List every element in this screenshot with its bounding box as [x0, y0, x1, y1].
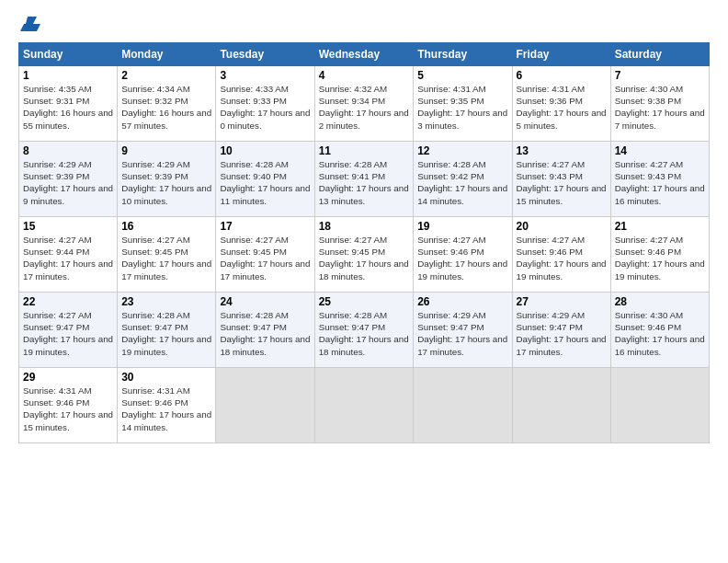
calendar-cell: 28Sunrise: 4:30 AMSunset: 9:46 PMDayligh… — [610, 293, 709, 368]
calendar-week-row: 1Sunrise: 4:35 AMSunset: 9:31 PMDaylight… — [19, 66, 710, 142]
day-info: Sunrise: 4:27 AMSunset: 9:44 PMDaylight:… — [23, 234, 113, 282]
day-number: 27 — [517, 295, 607, 308]
calendar-cell — [414, 368, 512, 443]
calendar-cell: 24Sunrise: 4:28 AMSunset: 9:47 PMDayligh… — [216, 293, 314, 368]
day-number: 24 — [220, 295, 310, 308]
day-number: 18 — [319, 220, 410, 233]
day-header-wednesday: Wednesday — [314, 43, 414, 66]
day-number: 22 — [23, 295, 113, 308]
calendar-cell: 23Sunrise: 4:28 AMSunset: 9:47 PMDayligh… — [118, 293, 216, 368]
calendar-cell: 7Sunrise: 4:30 AMSunset: 9:38 PMDaylight… — [610, 66, 709, 142]
day-info: Sunrise: 4:27 AMSunset: 9:46 PMDaylight:… — [417, 234, 507, 282]
calendar-cell: 22Sunrise: 4:27 AMSunset: 9:47 PMDayligh… — [19, 293, 118, 368]
calendar-table: SundayMondayTuesdayWednesdayThursdayFrid… — [18, 42, 710, 443]
calendar-cell: 6Sunrise: 4:31 AMSunset: 9:36 PMDaylight… — [512, 66, 610, 142]
day-number: 7 — [615, 69, 705, 82]
day-number: 1 — [23, 69, 113, 82]
calendar-cell: 14Sunrise: 4:27 AMSunset: 9:43 PMDayligh… — [610, 142, 709, 217]
calendar-header-row: SundayMondayTuesdayWednesdayThursdayFrid… — [19, 43, 710, 66]
day-info: Sunrise: 4:31 AMSunset: 9:35 PMDaylight:… — [417, 83, 507, 132]
calendar-cell — [314, 368, 414, 443]
calendar-week-row: 15Sunrise: 4:27 AMSunset: 9:44 PMDayligh… — [19, 217, 710, 293]
day-number: 29 — [23, 371, 113, 384]
calendar-cell: 11Sunrise: 4:28 AMSunset: 9:41 PMDayligh… — [314, 142, 414, 217]
day-info: Sunrise: 4:27 AMSunset: 9:46 PMDaylight:… — [517, 234, 607, 282]
calendar-cell: 25Sunrise: 4:28 AMSunset: 9:47 PMDayligh… — [314, 293, 414, 368]
calendar-cell: 16Sunrise: 4:27 AMSunset: 9:45 PMDayligh… — [118, 217, 216, 293]
day-number: 28 — [615, 295, 705, 308]
calendar-cell: 18Sunrise: 4:27 AMSunset: 9:45 PMDayligh… — [314, 217, 414, 293]
calendar-cell: 26Sunrise: 4:29 AMSunset: 9:47 PMDayligh… — [414, 293, 512, 368]
calendar-cell — [610, 368, 709, 443]
calendar-week-row: 22Sunrise: 4:27 AMSunset: 9:47 PMDayligh… — [19, 293, 710, 368]
day-number: 6 — [517, 69, 607, 82]
day-info: Sunrise: 4:31 AMSunset: 9:46 PMDaylight:… — [121, 385, 211, 433]
day-info: Sunrise: 4:30 AMSunset: 9:46 PMDaylight:… — [615, 309, 705, 358]
day-info: Sunrise: 4:27 AMSunset: 9:43 PMDaylight:… — [615, 158, 705, 207]
calendar-cell: 17Sunrise: 4:27 AMSunset: 9:45 PMDayligh… — [216, 217, 314, 293]
day-info: Sunrise: 4:30 AMSunset: 9:38 PMDaylight:… — [615, 83, 705, 132]
day-info: Sunrise: 4:34 AMSunset: 9:32 PMDaylight:… — [121, 83, 211, 132]
day-info: Sunrise: 4:33 AMSunset: 9:33 PMDaylight:… — [220, 83, 310, 132]
calendar-cell: 8Sunrise: 4:29 AMSunset: 9:39 PMDaylight… — [19, 142, 118, 217]
logo — [18, 17, 40, 33]
calendar-cell: 29Sunrise: 4:31 AMSunset: 9:46 PMDayligh… — [19, 368, 118, 443]
day-info: Sunrise: 4:28 AMSunset: 9:47 PMDaylight:… — [121, 309, 211, 358]
calendar-week-row: 8Sunrise: 4:29 AMSunset: 9:39 PMDaylight… — [19, 142, 710, 217]
day-number: 14 — [615, 144, 705, 157]
day-number: 9 — [121, 144, 211, 157]
day-header-thursday: Thursday — [414, 43, 512, 66]
calendar-cell: 10Sunrise: 4:28 AMSunset: 9:40 PMDayligh… — [216, 142, 314, 217]
day-header-saturday: Saturday — [610, 43, 709, 66]
day-number: 8 — [23, 144, 113, 157]
day-number: 3 — [220, 69, 310, 82]
day-info: Sunrise: 4:28 AMSunset: 9:47 PMDaylight:… — [220, 309, 310, 358]
day-number: 12 — [417, 144, 507, 157]
day-info: Sunrise: 4:35 AMSunset: 9:31 PMDaylight:… — [23, 83, 113, 132]
page: SundayMondayTuesdayWednesdayThursdayFrid… — [0, 0, 728, 563]
day-number: 21 — [615, 220, 705, 233]
day-number: 10 — [220, 144, 310, 157]
day-info: Sunrise: 4:27 AMSunset: 9:45 PMDaylight:… — [319, 234, 410, 282]
day-info: Sunrise: 4:32 AMSunset: 9:34 PMDaylight:… — [319, 83, 410, 132]
day-info: Sunrise: 4:29 AMSunset: 9:39 PMDaylight:… — [23, 158, 113, 207]
calendar-week-row: 29Sunrise: 4:31 AMSunset: 9:46 PMDayligh… — [19, 368, 710, 443]
calendar-cell: 30Sunrise: 4:31 AMSunset: 9:46 PMDayligh… — [118, 368, 216, 443]
day-info: Sunrise: 4:28 AMSunset: 9:47 PMDaylight:… — [319, 309, 410, 358]
day-header-friday: Friday — [512, 43, 610, 66]
day-info: Sunrise: 4:29 AMSunset: 9:47 PMDaylight:… — [517, 309, 607, 358]
calendar-cell: 13Sunrise: 4:27 AMSunset: 9:43 PMDayligh… — [512, 142, 610, 217]
calendar-cell: 3Sunrise: 4:33 AMSunset: 9:33 PMDaylight… — [216, 66, 314, 142]
calendar-cell: 5Sunrise: 4:31 AMSunset: 9:35 PMDaylight… — [414, 66, 512, 142]
calendar-cell: 27Sunrise: 4:29 AMSunset: 9:47 PMDayligh… — [512, 293, 610, 368]
day-number: 19 — [417, 220, 507, 233]
day-info: Sunrise: 4:27 AMSunset: 9:46 PMDaylight:… — [615, 234, 705, 282]
day-header-tuesday: Tuesday — [216, 43, 314, 66]
calendar-cell: 20Sunrise: 4:27 AMSunset: 9:46 PMDayligh… — [512, 217, 610, 293]
day-header-sunday: Sunday — [19, 43, 118, 66]
day-info: Sunrise: 4:31 AMSunset: 9:36 PMDaylight:… — [517, 83, 607, 132]
day-info: Sunrise: 4:29 AMSunset: 9:39 PMDaylight:… — [121, 158, 211, 207]
day-number: 2 — [121, 69, 211, 82]
day-info: Sunrise: 4:28 AMSunset: 9:41 PMDaylight:… — [319, 158, 410, 207]
calendar-cell: 9Sunrise: 4:29 AMSunset: 9:39 PMDaylight… — [118, 142, 216, 217]
day-number: 26 — [417, 295, 507, 308]
day-number: 16 — [121, 220, 211, 233]
logo-icon — [20, 17, 40, 33]
calendar-cell — [216, 368, 314, 443]
day-info: Sunrise: 4:31 AMSunset: 9:46 PMDaylight:… — [23, 385, 113, 433]
day-info: Sunrise: 4:27 AMSunset: 9:45 PMDaylight:… — [121, 234, 211, 282]
day-number: 11 — [319, 144, 410, 157]
calendar-cell — [512, 368, 610, 443]
header — [18, 17, 710, 33]
day-info: Sunrise: 4:27 AMSunset: 9:43 PMDaylight:… — [517, 158, 607, 207]
calendar-cell: 15Sunrise: 4:27 AMSunset: 9:44 PMDayligh… — [19, 217, 118, 293]
day-info: Sunrise: 4:28 AMSunset: 9:42 PMDaylight:… — [417, 158, 507, 207]
day-info: Sunrise: 4:28 AMSunset: 9:40 PMDaylight:… — [220, 158, 310, 207]
calendar-cell: 12Sunrise: 4:28 AMSunset: 9:42 PMDayligh… — [414, 142, 512, 217]
day-header-monday: Monday — [118, 43, 216, 66]
day-number: 30 — [121, 371, 211, 384]
day-info: Sunrise: 4:27 AMSunset: 9:47 PMDaylight:… — [23, 309, 113, 358]
day-info: Sunrise: 4:29 AMSunset: 9:47 PMDaylight:… — [417, 309, 507, 358]
calendar-cell: 1Sunrise: 4:35 AMSunset: 9:31 PMDaylight… — [19, 66, 118, 142]
